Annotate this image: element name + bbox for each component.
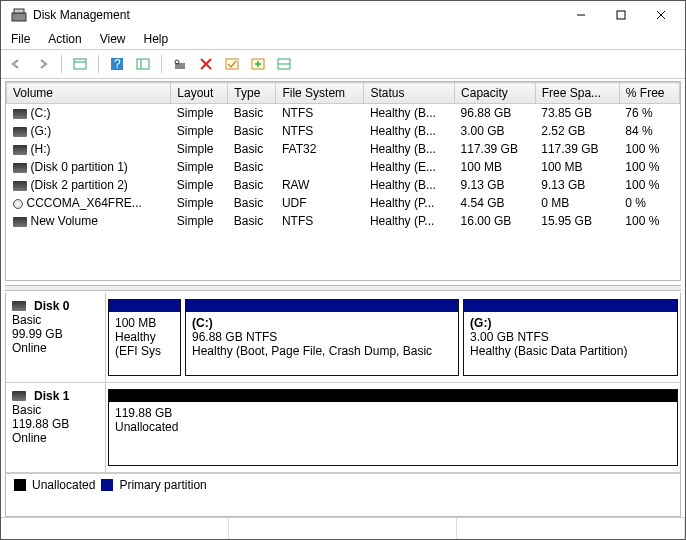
volume-row[interactable]: (G:)SimpleBasicNTFSHealthy (B...3.00 GB2… [7,122,680,140]
drive-icon [13,109,27,119]
menu-action[interactable]: Action [48,32,81,46]
svg-rect-10 [137,59,149,69]
drive-icon [12,301,26,311]
legend: Unallocated Primary partition [6,473,680,496]
layout-button[interactable] [70,54,90,74]
statusbar [1,517,685,539]
column-header[interactable]: Status [364,83,455,104]
volume-row[interactable]: (Disk 0 partition 1)SimpleBasicHealthy (… [7,158,680,176]
splitter[interactable] [5,285,681,291]
maximize-button[interactable] [601,1,641,29]
svg-rect-1 [14,9,24,13]
column-header[interactable]: Capacity [455,83,536,104]
drive-icon [13,181,27,191]
help-button[interactable]: ? [107,54,127,74]
volume-row[interactable]: CCCOMA_X64FRE...SimpleBasicUDFHealthy (P… [7,194,680,212]
svg-rect-0 [12,13,26,21]
disk-row: Disk 1Basic119.88 GBOnline119.88 GBUnall… [6,383,680,473]
partition-stripe [109,300,180,312]
disk-info[interactable]: Disk 1Basic119.88 GBOnline [6,383,106,472]
disk-row: Disk 0Basic99.99 GBOnline100 MBHealthy (… [6,293,680,383]
partition-stripe [464,300,677,312]
menu-file[interactable]: File [11,32,30,46]
menubar: File Action View Help [1,29,685,50]
swatch-primary [101,479,113,491]
forward-button[interactable] [33,54,53,74]
svg-text:?: ? [114,57,121,71]
column-header[interactable]: Volume [7,83,171,104]
window-title: Disk Management [33,8,561,22]
scan-button[interactable] [170,54,190,74]
column-header[interactable]: Layout [171,83,228,104]
partition-stripe [109,390,677,402]
drive-icon [13,163,27,173]
back-button[interactable] [7,54,27,74]
partition[interactable]: (C:)96.88 GB NTFSHealthy (Boot, Page Fil… [185,299,459,376]
partition[interactable]: 119.88 GBUnallocated [108,389,678,466]
swatch-unallocated [14,479,26,491]
volume-list[interactable]: VolumeLayoutTypeFile SystemStatusCapacit… [5,81,681,281]
app-icon [11,7,27,23]
titlebar: Disk Management [1,1,685,29]
column-header[interactable]: File System [276,83,364,104]
close-button[interactable] [641,1,681,29]
drive-icon [13,145,27,155]
legend-unallocated: Unallocated [32,478,95,492]
volume-row[interactable]: New VolumeSimpleBasicNTFSHealthy (P...16… [7,212,680,230]
legend-primary: Primary partition [119,478,206,492]
toolbar: ? [1,50,685,79]
disk-graphical-view[interactable]: Disk 0Basic99.99 GBOnline100 MBHealthy (… [5,293,681,517]
properties-button[interactable] [274,54,294,74]
window: Disk Management File Action View Help ? … [0,0,686,540]
svg-rect-6 [74,59,86,69]
disk-info[interactable]: Disk 0Basic99.99 GBOnline [6,293,106,382]
minimize-button[interactable] [561,1,601,29]
svg-rect-16 [226,59,238,69]
column-header[interactable]: Type [228,83,276,104]
drive-icon [12,391,26,401]
partition[interactable]: (G:)3.00 GB NTFSHealthy (Basic Data Part… [463,299,678,376]
delete-button[interactable] [196,54,216,74]
partition-stripe [186,300,458,312]
drive-icon [13,217,27,227]
disc-icon [13,199,23,209]
action-button[interactable] [248,54,268,74]
partition[interactable]: 100 MBHealthy (EFI Sys [108,299,181,376]
column-header[interactable]: Free Spa... [535,83,619,104]
volume-row[interactable]: (Disk 2 partition 2)SimpleBasicRAWHealth… [7,176,680,194]
check-button[interactable] [222,54,242,74]
menu-view[interactable]: View [100,32,126,46]
refresh-button[interactable] [133,54,153,74]
volume-row[interactable]: (C:)SimpleBasicNTFSHealthy (B...96.88 GB… [7,104,680,123]
drive-icon [13,127,27,137]
volume-row[interactable]: (H:)SimpleBasicFAT32Healthy (B...117.39 … [7,140,680,158]
svg-rect-3 [617,11,625,19]
menu-help[interactable]: Help [144,32,169,46]
column-header[interactable]: % Free [619,83,679,104]
